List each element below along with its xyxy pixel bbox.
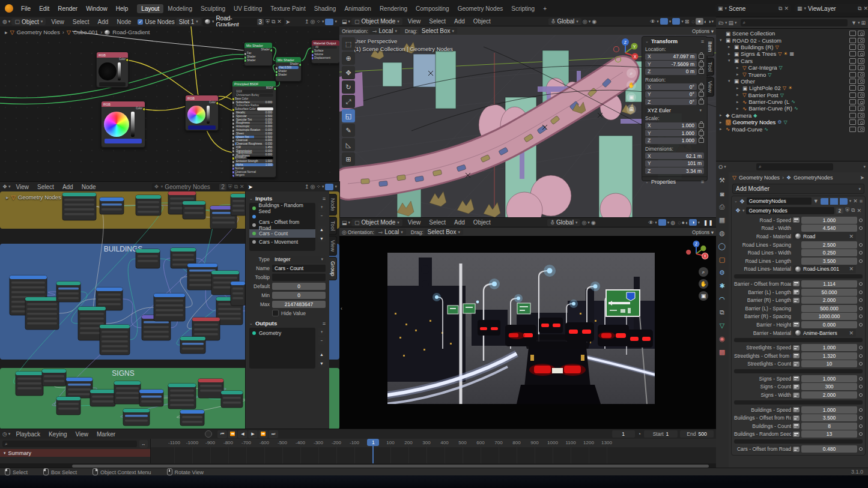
menu-edit[interactable]: Edit (35, 5, 53, 13)
principled-bsdf-node[interactable]: Principled BSDFBSDFGGXChristensen-Burley… (232, 80, 276, 178)
channel-search[interactable]: ⌕ (2, 441, 137, 447)
material-users-count[interactable]: 3 (257, 19, 264, 25)
value-slider[interactable]: Specular0.500 (235, 115, 273, 118)
geometry-node[interactable] (66, 378, 93, 398)
animate-dot[interactable] (859, 251, 863, 255)
mode-dropdown[interactable]: ▢Object Mode▾ (351, 219, 402, 226)
value-field[interactable]: 500.000 (801, 305, 857, 312)
geometry-node[interactable] (168, 384, 196, 409)
outliner-row[interactable]: ▣Scene Collection (716, 30, 868, 37)
outputs-panel-header[interactable]: ⌄Outputs≡ (246, 318, 329, 328)
transform-field[interactable]: Z0 m (645, 68, 697, 75)
viewlayer-selector[interactable]: ▦▾ ViewLayer ⧉✕ (795, 4, 868, 13)
playhead[interactable]: 1 (372, 439, 374, 463)
in-socket[interactable] (275, 73, 278, 77)
menu-select[interactable]: Select (425, 218, 450, 226)
pan-hand-icon[interactable]: ✋ (627, 80, 636, 90)
jump-to-end-button[interactable]: ⏭ (269, 430, 278, 438)
value-field[interactable]: 1.320 (801, 352, 857, 360)
shading-material-icon[interactable]: ◐ (704, 19, 707, 25)
animate-dot[interactable] (859, 346, 863, 349)
geometry-node[interactable] (139, 390, 163, 406)
parent-node-icon[interactable]: ↥ (305, 184, 309, 190)
shading-rendered-icon[interactable]: ◑ (708, 19, 711, 25)
copy-icon[interactable]: ⧉ (851, 207, 855, 214)
geometry-node[interactable] (136, 249, 160, 268)
expand-arrow[interactable]: ▸ (728, 44, 732, 49)
pause-render-button[interactable]: ❚❚ (703, 220, 714, 226)
options-icon[interactable]: ▾ (863, 164, 866, 169)
menu-add[interactable]: Add (94, 18, 113, 26)
screen-visibility-toggle[interactable] (849, 38, 856, 43)
menu-marker[interactable]: Marker (93, 430, 120, 438)
value-slider[interactable]: Specular Tint0.000 (235, 118, 273, 121)
render-toggle[interactable] (840, 198, 848, 205)
driver-icon[interactable] (793, 322, 800, 327)
visibility-icon[interactable]: 👁 (650, 19, 655, 25)
animate-dot[interactable] (859, 416, 863, 420)
geometry-canvas[interactable]: BUILDINGSSIGNS ▸▽Geometry Nodes ⌄Inputs≡… (0, 191, 339, 429)
in-socket[interactable] (244, 59, 247, 62)
driver-icon[interactable] (793, 345, 800, 351)
menu-node[interactable]: Node (112, 18, 135, 26)
expand-arrow[interactable]: ▾ (728, 79, 732, 83)
properties-tab-0[interactable]: ⚒ (716, 175, 728, 186)
animate-dot[interactable] (859, 362, 863, 366)
lock-icon[interactable] (699, 123, 704, 128)
menu-node[interactable]: Node (77, 183, 100, 191)
animate-dot[interactable] (859, 447, 863, 451)
expand-arrow[interactable]: ▾ (728, 58, 732, 63)
modifier-name[interactable]: GeometryNodes (747, 197, 812, 205)
rotation-mode-dropdown[interactable]: XYZ Euler▾ (645, 107, 704, 113)
snap-icon[interactable]: ◎ (311, 19, 315, 25)
viewport-canvas[interactable]: User Perspective (1) Scene Collection | … (339, 35, 716, 217)
properties-tab-7[interactable]: ⚙ (716, 267, 728, 279)
outliner-row[interactable]: ▸▣Buildings (R)▽ (716, 44, 868, 50)
properties-tab-12[interactable]: ◉ (716, 333, 728, 345)
sidebar-tab-view[interactable]: View (706, 77, 714, 97)
transform-field[interactable]: Z1.000 (645, 137, 697, 144)
toolrow-drag[interactable]: Select Box▾ (425, 229, 463, 235)
driver-icon[interactable] (793, 432, 800, 437)
render-visibility-toggle[interactable] (858, 85, 864, 91)
value-field[interactable]: 1.114 (801, 280, 857, 288)
nav-gizmo[interactable]: Z Y X (611, 37, 640, 66)
field-tooltip-input[interactable] (272, 274, 326, 281)
editor-type-icon[interactable]: ⛭ (718, 164, 723, 170)
geometry-node[interactable] (183, 201, 205, 219)
geometry-node[interactable] (231, 282, 245, 306)
toolrow-drag[interactable]: Select Box▾ (419, 28, 457, 34)
value-field[interactable]: 0.480 (801, 445, 857, 453)
menu-view[interactable]: View (71, 430, 93, 438)
render-visibility-toggle[interactable] (858, 65, 864, 70)
pin-blue-toggle[interactable] (325, 19, 333, 25)
shading-rendered-icon[interactable]: ◑ (689, 219, 697, 226)
geometry-node[interactable] (180, 337, 205, 354)
geometry-node[interactable] (198, 379, 223, 398)
transform-field[interactable]: Y-7.5609 m (645, 61, 697, 67)
material-field[interactable]: Road✕ (793, 232, 856, 240)
options-dropdown[interactable]: Options ▾ (692, 28, 714, 34)
move-up-button[interactable]: ▲ (318, 351, 326, 358)
properties-tab-9[interactable]: ◠ (716, 294, 728, 305)
geometry-node[interactable] (25, 297, 59, 330)
stopwatch-icon[interactable]: ◔ (638, 431, 641, 437)
menu-object[interactable]: Object (469, 218, 495, 226)
scale-tool[interactable]: ⤢ (342, 95, 355, 108)
edit-mode-toggle[interactable] (821, 198, 828, 205)
transform-field[interactable]: Z0° (645, 98, 697, 105)
rotate-tool[interactable]: ↻ (342, 80, 355, 94)
workspace-tab-compositing[interactable]: Compositing (411, 4, 454, 13)
animate-dot[interactable] (859, 393, 863, 397)
menu-select[interactable]: Select (68, 18, 94, 26)
prev-keyframe-button[interactable]: ⏪ (228, 430, 237, 438)
toolrow-orientation[interactable]: ⊸Local▾ (375, 229, 406, 235)
outliner-search[interactable]: ⌕ (741, 19, 848, 26)
proportional-edit-icon[interactable]: ◉ (591, 220, 596, 226)
geometry-node[interactable] (56, 282, 80, 302)
workspace-tab-sculpting[interactable]: Sculpting (196, 4, 229, 13)
transform-field[interactable]: X1.000 (645, 122, 697, 129)
editor-type-icon[interactable]: ⬓ (342, 19, 347, 25)
dropdown[interactable]: Subsurface Radius (235, 104, 273, 107)
animate-dot[interactable] (859, 385, 863, 388)
